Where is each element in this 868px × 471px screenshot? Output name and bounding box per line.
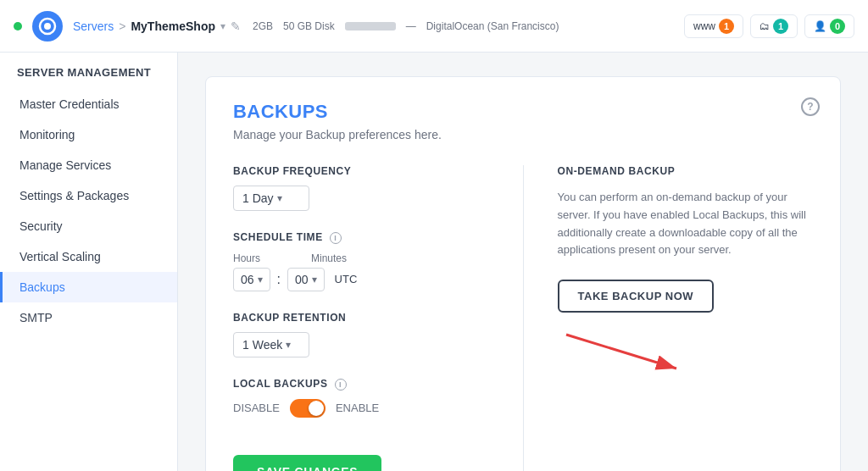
local-backups-label: LOCAL BACKUPS i	[233, 378, 489, 391]
server-provider: DigitalOcean (San Francisco)	[426, 20, 559, 32]
sidebar-item-security[interactable]: Security	[0, 211, 177, 241]
two-column-layout: BACKUP FREQUENCY 1 Day ▾ SCHEDULE TIME i	[233, 165, 813, 471]
chevron-down-icon[interactable]: ▾	[220, 20, 225, 32]
backup-retention-label: BACKUP RETENTION	[233, 312, 489, 324]
backup-frequency-label: BACKUP FREQUENCY	[233, 165, 489, 177]
schedule-time-section: SCHEDULE TIME i Hours Minutes 06 ▾	[233, 231, 489, 291]
minutes-column-label: Minutes	[311, 252, 362, 264]
sidebar-item-monitoring[interactable]: Monitoring	[0, 119, 177, 150]
sidebar-item-backups[interactable]: Backups	[0, 272, 177, 302]
hours-value: 06	[241, 273, 254, 286]
local-backups-toggle[interactable]	[290, 399, 326, 418]
www-count: 1	[719, 19, 734, 34]
breadcrumb-servers-link[interactable]: Servers	[73, 19, 114, 33]
retention-chevron-icon: ▾	[286, 339, 291, 351]
local-backups-toggle-row: DISABLE ENABLE	[233, 399, 489, 418]
app-logo	[32, 11, 63, 42]
red-arrow-icon	[558, 326, 693, 377]
backup-frequency-select[interactable]: 1 Day ▾	[233, 186, 309, 211]
sidebar-item-settings-packages[interactable]: Settings & Packages	[0, 180, 177, 211]
edit-icon[interactable]: ✎	[231, 19, 241, 33]
help-icon[interactable]: ?	[801, 97, 820, 116]
local-backups-section: LOCAL BACKUPS i DISABLE ENABLE	[233, 378, 489, 418]
svg-line-3	[566, 335, 676, 368]
status-indicator	[14, 22, 22, 30]
time-column-labels: Hours Minutes	[233, 252, 489, 264]
www-label: www	[693, 20, 715, 32]
server-ram: 2GB	[253, 20, 273, 32]
backup-retention-select[interactable]: 1 Week ▾	[233, 332, 309, 357]
server-disk: 50 GB Disk	[283, 20, 335, 32]
sidebar-item-smtp[interactable]: SMTP	[0, 302, 177, 333]
backup-retention-section: BACKUP RETENTION 1 Week ▾	[233, 312, 489, 357]
time-input-row: 06 ▾ : 00 ▾ UTC	[233, 268, 489, 291]
sidebar: Server Management Master Credentials Mon…	[0, 53, 178, 471]
on-demand-description: You can perform an on-demand backup of y…	[558, 189, 814, 259]
backup-frequency-value: 1 Day	[242, 191, 274, 205]
breadcrumb-separator: >	[119, 19, 125, 33]
topbar: Servers > MyThemeShop ▾ ✎ 2GB 50 GB Disk…	[0, 0, 868, 53]
main-layout: Server Management Master Credentials Mon…	[0, 53, 868, 471]
save-changes-button[interactable]: SAVE CHANGES	[233, 455, 381, 471]
breadcrumb-current-server: MyThemeShop	[131, 19, 215, 33]
take-backup-now-button[interactable]: TAKE BACKUP NOW	[558, 280, 715, 313]
users-count: 0	[830, 19, 845, 34]
main-content: BACKUPS Manage your Backup preferences h…	[178, 53, 868, 471]
sidebar-item-manage-services[interactable]: Manage Services	[0, 150, 177, 180]
files-icon: 🗂	[760, 20, 770, 32]
backup-frequency-section: BACKUP FREQUENCY 1 Day ▾	[233, 165, 489, 211]
enable-label: ENABLE	[336, 402, 379, 414]
frequency-chevron-icon: ▾	[277, 192, 282, 204]
users-badge[interactable]: 👤 0	[804, 14, 854, 38]
sidebar-item-master-credentials[interactable]: Master Credentials	[0, 89, 177, 119]
hours-chevron-icon: ▾	[258, 274, 263, 285]
hours-select[interactable]: 06 ▾	[233, 268, 270, 291]
backups-card: BACKUPS Manage your Backup preferences h…	[205, 76, 841, 471]
toggle-knob	[309, 401, 324, 416]
settings-column: BACKUP FREQUENCY 1 Day ▾ SCHEDULE TIME i	[233, 165, 489, 471]
arrow-annotation	[558, 326, 814, 380]
files-badge[interactable]: 🗂 1	[750, 14, 798, 38]
minutes-select[interactable]: 00 ▾	[287, 268, 325, 291]
server-ip-blurred	[345, 22, 396, 30]
sidebar-heading: Server Management	[0, 66, 177, 89]
page-subtitle: Manage your Backup preferences here.	[233, 128, 813, 141]
utc-label: UTC	[335, 273, 358, 285]
topbar-actions: www 1 🗂 1 👤 0	[684, 14, 854, 38]
hours-column-label: Hours	[233, 252, 284, 264]
time-colon-separator: :	[277, 272, 281, 287]
schedule-time-label: SCHEDULE TIME i	[233, 231, 489, 244]
schedule-info-icon[interactable]: i	[330, 232, 342, 244]
page-title: BACKUPS	[233, 101, 813, 123]
breadcrumb: Servers > MyThemeShop ▾ ✎ 2GB 50 GB Disk…	[73, 19, 674, 33]
files-count: 1	[773, 19, 788, 34]
on-demand-column: ON-DEMAND BACKUP You can perform an on-d…	[523, 165, 814, 471]
server-info: 2GB 50 GB Disk — DigitalOcean (San Franc…	[253, 20, 559, 32]
users-icon: 👤	[814, 20, 826, 32]
minutes-value: 00	[295, 273, 309, 286]
disable-label: DISABLE	[233, 402, 280, 414]
minutes-chevron-icon: ▾	[312, 274, 317, 285]
www-badge[interactable]: www 1	[684, 14, 743, 38]
sidebar-item-vertical-scaling[interactable]: Vertical Scaling	[0, 241, 177, 272]
svg-point-1	[44, 23, 51, 30]
on-demand-title: ON-DEMAND BACKUP	[558, 165, 814, 177]
local-backups-info-icon[interactable]: i	[335, 379, 347, 391]
backup-retention-value: 1 Week	[242, 338, 282, 352]
